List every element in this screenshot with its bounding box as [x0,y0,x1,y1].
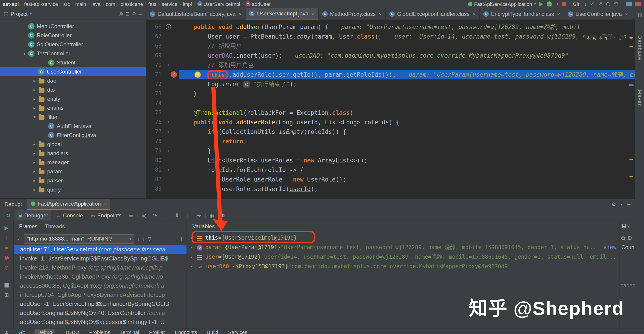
tree-item[interactable]: ▸query [0,185,146,194]
chevron-collapsed-icon[interactable]: ▸ [32,88,37,92]
frame-row[interactable]: invokeMethod:386, CglibAopProxy (org.spr… [14,272,186,281]
stop-button[interactable] [562,2,566,6]
recording-icon[interactable] [636,2,641,6]
step-out-icon[interactable]: ↑ [183,212,192,218]
step-over-icon[interactable]: ↷ [151,212,160,218]
chevron-collapsed-icon[interactable]: ▸ [32,106,37,110]
history-icon[interactable]: ◷ [606,1,610,7]
settings-icon[interactable]: ⚙ [132,11,136,17]
code-line[interactable]: 77◆ if (CollectionUtils.isEmpty(roleIds)… [146,127,635,136]
stop-icon[interactable]: ■ [5,245,8,251]
tree-item[interactable]: ▾CTestController [0,49,146,58]
breadcrumb-item[interactable]: service [162,1,178,6]
close-icon[interactable]: × [473,11,476,16]
hide-panel-icon[interactable]: ─ [627,202,630,207]
frame-row[interactable]: addUser:71, UserServiceImpl (com.plastic… [14,245,186,254]
tree-item[interactable]: CRoleController [0,31,146,40]
debug-button[interactable] [547,1,552,6]
code-line[interactable]: 76◆ public void addUserRole(Long userId,… [146,118,635,127]
close-icon[interactable]: × [103,201,106,206]
tree-item[interactable]: ▸entity [0,94,146,104]
editor-tab[interactable]: CMethodProxy.class× [318,8,386,20]
code-line[interactable]: 79◆ } [146,146,635,156]
mute-breakpoints-icon[interactable]: ⊘ [4,265,9,271]
tree-item[interactable]: CAuthFilter.java [0,122,146,131]
tool-stripe-database[interactable]: Database [637,36,643,60]
step-into-icon[interactable]: ↓ [162,212,171,218]
chevron-collapsed-icon[interactable]: ▸ [32,178,37,183]
chevron-collapsed-icon[interactable]: ▸ [32,169,37,174]
chevron-right-icon[interactable]: ▸ [190,243,197,252]
close-icon[interactable]: × [379,11,382,16]
filter-icon[interactable]: ▽ [148,236,151,242]
frame-row[interactable]: addUser:-1, UserServiceImpl$$EnhancerByS… [14,300,186,308]
rerun-icon[interactable]: ↻ [4,212,13,218]
inspections-widget[interactable]: ⚠ 5 ⚠ 1 ⌃ ⌄ [583,34,625,42]
git-commit-icon[interactable]: ✓ [590,1,594,7]
thread-selector[interactable]: "http-nio-18888..."main": RUNNING ▾ [24,234,134,244]
tool-stripe-maven[interactable]: Maven [637,90,643,107]
run-to-cursor-icon[interactable]: ↦ [194,212,203,218]
editor-tab[interactable]: CUserServiceImpl.java× [246,8,319,20]
git-push-icon[interactable]: ↗ [598,1,602,7]
chevron-expanded-icon[interactable]: ▾ [32,115,37,119]
toolwindow-button-endpoints[interactable]: Endpoints [175,330,197,334]
search-icon[interactable] [621,236,625,240]
code-line[interactable]: 83 userRole.setUserId(userId); [146,184,635,194]
frame-row[interactable]: intercept:704, CglibAopProxy$DynamicAdvi… [14,290,186,300]
chevron-collapsed-icon[interactable]: ▸ [32,78,37,83]
tab-console[interactable]: ▭Console [53,210,86,220]
memory-header[interactable]: M ▾ [620,221,635,232]
variable-row[interactable]: ▸this = {UserServiceImpl@17190} [187,233,620,243]
tree-item[interactable]: ▸manager [0,158,146,167]
debug-session-tab[interactable]: FastApiServiceApplication × [26,199,110,210]
locate-file-icon[interactable]: ◎ [119,11,123,17]
breadcrumb-item[interactable]: src [63,1,70,6]
view-breakpoints-icon[interactable]: ◉ [4,255,9,261]
breadcrumb-item[interactable]: CUserServiceImpl [197,1,240,6]
chevron-collapsed-icon[interactable]: ▸ [32,160,37,165]
editor-scrollbar[interactable] [628,32,634,198]
tree-item[interactable]: CStudent [0,58,146,67]
code-line[interactable]: 67 User user = PtcBeanUtils.copy(param, … [146,32,635,41]
code-line[interactable]: 68 // 新增用户 [146,41,635,51]
variable-row[interactable]: ▸userDAO = {$Proxy153@17193} "com.baomid… [187,262,620,272]
toolwindow-button-terminal[interactable]: Terminal [120,330,139,334]
breadcrumb-item[interactable]: plasticene [120,1,143,6]
tree-item[interactable]: CFilterConfig.java [0,131,146,140]
code-line[interactable]: 78 return; [146,136,635,146]
variable-row[interactable]: ▸user = {User@17192} "User(id=14, userna… [187,252,620,262]
code-line[interactable]: 70◆ // 添加用户角色 [146,60,635,70]
gear-icon[interactable]: ⚙ [627,235,632,242]
chevron-down-icon[interactable]: ▾ [30,12,32,16]
code-line[interactable]: 75 @Transactional(rollbackFor = Exceptio… [146,108,635,118]
breadcrumb-item[interactable]: fast [148,1,156,6]
chevron-right-icon[interactable]: ▸ [190,262,197,272]
frame-row[interactable]: invoke:218, MethodProxy (org.springframe… [14,263,186,272]
chevron-collapsed-icon[interactable]: ▸ [32,188,37,192]
tabs-overflow-icon[interactable]: ▾ [632,12,635,16]
tree-item[interactable]: ▸handlers [0,149,146,158]
editor-tab[interactable]: CGlobalExceptionHandler.class× [386,8,480,20]
breadcrumb-item[interactable]: java [92,1,100,6]
breadcrumb-item[interactable]: maddUser [246,1,271,6]
editor-tab[interactable]: CUserController.java× [564,8,632,20]
chevron-right-icon[interactable]: ▸ [190,233,197,243]
breadcrumb-item[interactable]: impl [183,1,192,6]
tree-item[interactable]: ▸param [0,167,146,176]
force-step-into-icon[interactable]: ⇓ [172,212,182,218]
tool-windows-icon[interactable]: ⊞ [4,330,8,334]
frame-row[interactable]: invoke:-1, UserServiceImpl$$FastClassByS… [14,254,186,263]
tree-item[interactable]: ▾filter [0,112,146,122]
git-update-icon[interactable]: ↓ [584,1,586,6]
prev-warning-icon[interactable]: ⌃ [613,36,616,40]
layout-grid-icon[interactable]: ⊞ [4,292,9,298]
tab-endpoints[interactable]: ◎Endpoints [88,210,124,220]
toolwindow-button-problems[interactable]: Problems [89,330,110,334]
frame-row[interactable]: addUser$original$JsNyNgOv$accessor$lmFmg… [14,318,186,327]
undo-icon[interactable]: ↶ [614,1,618,7]
collapse-all-icon[interactable]: ⊟ [125,11,129,17]
toolwindow-button-git[interactable]: Git [18,330,25,334]
view-link[interactable]: View [604,243,616,252]
evaluate-expression-icon[interactable]: ▦ [208,212,216,218]
